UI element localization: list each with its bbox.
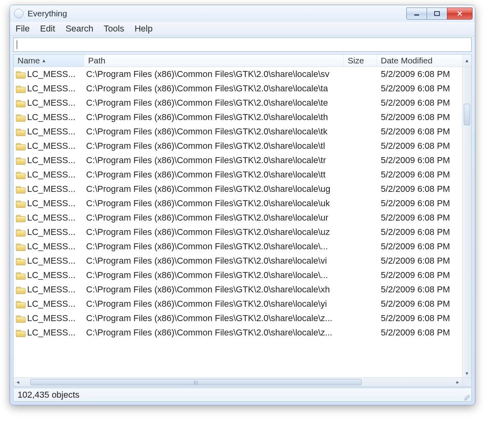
window-buttons [407, 8, 472, 20]
table-row[interactable]: LC_MESS...C:\Program Files (x86)\Common … [14, 282, 462, 297]
search-container [13, 37, 472, 52]
table-row[interactable]: LC_MESS...C:\Program Files (x86)\Common … [14, 211, 462, 225]
cell-name: LC_MESS... [14, 126, 82, 137]
table-row[interactable]: LC_MESS...C:\Program Files (x86)\Common … [14, 168, 462, 182]
table-row[interactable]: LC_MESS...C:\Program Files (x86)\Common … [14, 325, 462, 340]
folder-icon [16, 99, 25, 106]
cell-name: LC_MESS... [14, 327, 82, 338]
folder-icon [16, 157, 25, 164]
menu-tools[interactable]: Tools [104, 24, 124, 34]
column-header-size[interactable]: Size [344, 55, 377, 67]
horizontal-scroll-track[interactable]: ||| [22, 378, 453, 387]
table-row[interactable]: LC_MESS...C:\Program Files (x86)\Common … [14, 81, 462, 96]
cell-date: 5/2/2009 6:08 PM [377, 69, 462, 79]
cell-path: C:\Program Files (x86)\Common Files\GTK\… [82, 141, 344, 151]
cell-path: C:\Program Files (x86)\Common Files\GTK\… [82, 213, 344, 223]
column-headers: Name ▲ Path Size Date Modified ▲ [14, 55, 471, 67]
table-row[interactable]: LC_MESS...C:\Program Files (x86)\Common … [14, 239, 462, 254]
file-name: LC_MESS... [27, 141, 75, 151]
vertical-scrollbar[interactable]: ▼ [462, 67, 471, 377]
close-button[interactable] [447, 8, 472, 20]
table-row[interactable]: LC_MESS...C:\Program Files (x86)\Common … [14, 67, 462, 81]
file-name: LC_MESS... [27, 112, 75, 122]
table-row[interactable]: LC_MESS...C:\Program Files (x86)\Common … [14, 196, 462, 211]
grip-icon: ||| [194, 380, 199, 385]
scroll-right-button[interactable]: ► [453, 378, 462, 387]
cell-date: 5/2/2009 6:08 PM [377, 155, 462, 166]
menu-help[interactable]: Help [134, 24, 152, 34]
table-row[interactable]: LC_MESS...C:\Program Files (x86)\Common … [14, 153, 462, 168]
file-name: LC_MESS... [27, 313, 75, 323]
vertical-scroll-thumb[interactable] [464, 104, 470, 125]
cell-path: C:\Program Files (x86)\Common Files\GTK\… [82, 299, 344, 309]
cell-date: 5/2/2009 6:08 PM [377, 284, 462, 295]
folder-icon [16, 300, 25, 308]
table-row[interactable]: LC_MESS...C:\Program Files (x86)\Common … [14, 311, 462, 325]
cell-name: LC_MESS... [14, 284, 82, 295]
scroll-corner [462, 378, 471, 387]
column-header-path[interactable]: Path [84, 55, 344, 67]
column-header-name[interactable]: Name ▲ [14, 55, 84, 67]
cell-date: 5/2/2009 6:08 PM [377, 98, 462, 108]
file-name: LC_MESS... [27, 98, 75, 108]
cell-path: C:\Program Files (x86)\Common Files\GTK\… [82, 256, 344, 266]
table-row[interactable]: LC_MESS...C:\Program Files (x86)\Common … [14, 124, 462, 139]
column-header-date-label: Date Modified [381, 56, 433, 65]
column-header-path-label: Path [88, 56, 105, 65]
resize-grip[interactable] [464, 395, 470, 400]
scroll-left-button[interactable]: ◄ [14, 378, 22, 387]
cell-path: C:\Program Files (x86)\Common Files\GTK\… [82, 241, 344, 252]
cell-path: C:\Program Files (x86)\Common Files\GTK\… [82, 170, 344, 180]
cell-date: 5/2/2009 6:08 PM [377, 126, 462, 137]
close-icon [456, 11, 463, 16]
horizontal-scroll-thumb[interactable]: ||| [30, 379, 362, 385]
table-row[interactable]: LC_MESS...C:\Program Files (x86)\Common … [14, 110, 462, 124]
cell-path: C:\Program Files (x86)\Common Files\GTK\… [82, 112, 344, 122]
minimize-button[interactable] [406, 8, 427, 20]
scroll-down-button[interactable]: ▼ [463, 369, 471, 377]
minimize-icon [413, 11, 420, 16]
folder-icon [16, 171, 25, 178]
file-name: LC_MESS... [27, 83, 75, 94]
search-input[interactable] [17, 40, 469, 50]
cell-date: 5/2/2009 6:08 PM [377, 112, 462, 122]
chevron-down-icon: ▼ [465, 371, 469, 376]
cell-path: C:\Program Files (x86)\Common Files\GTK\… [82, 83, 344, 94]
cell-date: 5/2/2009 6:08 PM [377, 327, 462, 338]
file-name: LC_MESS... [27, 270, 75, 280]
menu-search[interactable]: Search [65, 24, 93, 34]
cell-date: 5/2/2009 6:08 PM [377, 270, 462, 280]
horizontal-scrollbar[interactable]: ◄ ||| ► [14, 377, 471, 387]
app-window: Everything File Edit Search [10, 5, 475, 405]
cell-date: 5/2/2009 6:08 PM [377, 198, 462, 209]
table-row[interactable]: LC_MESS...C:\Program Files (x86)\Common … [14, 297, 462, 311]
cell-date: 5/2/2009 6:08 PM [377, 256, 462, 266]
cell-name: LC_MESS... [14, 170, 82, 180]
cell-date: 5/2/2009 6:08 PM [377, 299, 462, 309]
cell-name: LC_MESS... [14, 299, 82, 309]
folder-icon [16, 114, 25, 121]
table-row[interactable]: LC_MESS...C:\Program Files (x86)\Common … [14, 254, 462, 268]
cell-path: C:\Program Files (x86)\Common Files\GTK\… [82, 198, 344, 209]
menu-edit[interactable]: Edit [40, 24, 55, 34]
menu-file[interactable]: File [16, 24, 30, 34]
cell-date: 5/2/2009 6:08 PM [377, 170, 462, 180]
table-row[interactable]: LC_MESS...C:\Program Files (x86)\Common … [14, 139, 462, 153]
table-row[interactable]: LC_MESS...C:\Program Files (x86)\Common … [14, 182, 462, 196]
column-header-date[interactable]: Date Modified [377, 55, 463, 67]
cell-name: LC_MESS... [14, 83, 82, 94]
cell-name: LC_MESS... [14, 227, 82, 237]
cell-name: LC_MESS... [14, 98, 82, 108]
titlebar[interactable]: Everything [10, 5, 475, 22]
table-row[interactable]: LC_MESS...C:\Program Files (x86)\Common … [14, 96, 462, 110]
file-name: LC_MESS... [27, 299, 75, 309]
file-name: LC_MESS... [27, 227, 75, 237]
cell-path: C:\Program Files (x86)\Common Files\GTK\… [82, 126, 344, 137]
scroll-up-button[interactable]: ▲ [463, 55, 471, 67]
table-row[interactable]: LC_MESS...C:\Program Files (x86)\Common … [14, 225, 462, 239]
folder-icon [16, 257, 25, 264]
maximize-button[interactable] [427, 8, 447, 20]
cell-name: LC_MESS... [14, 313, 82, 323]
table-row[interactable]: LC_MESS...C:\Program Files (x86)\Common … [14, 268, 462, 282]
cell-date: 5/2/2009 6:08 PM [377, 141, 462, 151]
